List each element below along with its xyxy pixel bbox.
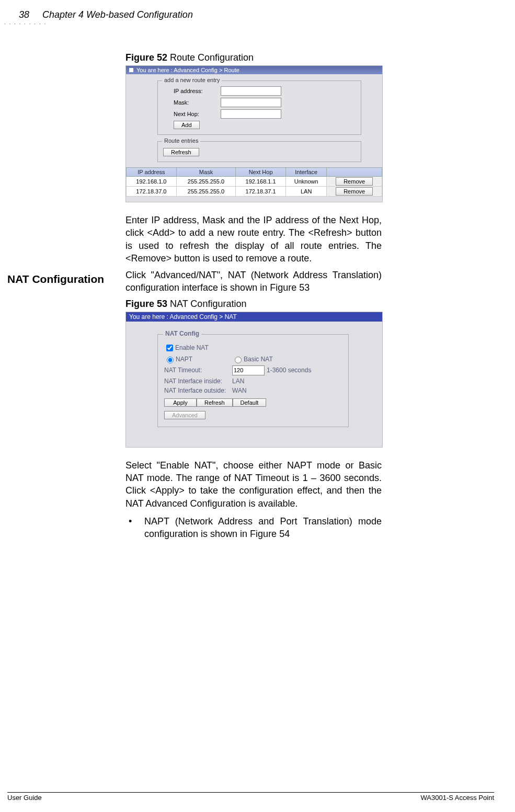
col-ip: IP address (127, 168, 177, 177)
basic-nat-radio[interactable] (235, 357, 242, 363)
figure52-title: Route Configuration (167, 52, 254, 63)
col-action (327, 168, 382, 177)
add-button[interactable]: Add (174, 121, 200, 129)
cell-ip: 172.18.37.0 (127, 187, 177, 197)
nat-config-fieldset: NAT Config Enable NAT NAPT Basic NAT NAT… (157, 334, 349, 427)
paragraph-nat-intro: Click "Advanced/NAT", NAT (Network Addre… (125, 269, 382, 294)
col-nexthop: Next Hop (236, 168, 286, 177)
footer-right: WA3001-S Access Point (421, 794, 494, 802)
decorative-dots: · · · · · · · · · (4, 21, 47, 27)
refresh-button[interactable]: Refresh (197, 398, 233, 407)
remove-button[interactable]: Remove (336, 177, 373, 186)
figure52-screenshot: You are here : Advanced Config > Route a… (125, 65, 383, 202)
figure53-screenshot: You are here : Advanced Config > NAT NAT… (125, 312, 383, 448)
nexthop-label: Next Hop: (174, 111, 221, 117)
nat-timeout-input[interactable] (232, 365, 265, 375)
chapter-title: Chapter 4 Web-based Configuration (42, 9, 193, 20)
ip-input[interactable] (221, 86, 281, 96)
breadcrumb-icon (129, 68, 133, 72)
nat-outside-value: WAN (232, 387, 247, 394)
table-header-row: IP address Mask Next Hop Interface (127, 168, 382, 177)
table-row: 172.18.37.0 255.255.255.0 172.18.37.1 LA… (127, 187, 382, 197)
advanced-button[interactable]: Advanced (164, 411, 205, 419)
mask-input[interactable] (221, 98, 281, 107)
cell-mask: 255.255.255.0 (176, 187, 235, 197)
cell-ip: 192.168.1.0 (127, 177, 177, 187)
bullet-icon: • (125, 515, 144, 541)
figure52-caption: Figure 52 Route Configuration (125, 52, 382, 63)
mask-label: Mask: (174, 99, 221, 106)
refresh-button[interactable]: Refresh (163, 148, 199, 156)
enable-nat-checkbox[interactable] (166, 345, 173, 351)
ip-label: IP address: (174, 88, 221, 94)
figure53-label: Figure 53 (125, 299, 167, 309)
footer-left: User Guide (7, 794, 42, 802)
default-button[interactable]: Default (233, 398, 267, 407)
nexthop-input[interactable] (221, 109, 281, 119)
route-entries-legend: Route entries (162, 138, 200, 144)
breadcrumb: You are here : Advanced Config > Route (126, 66, 382, 74)
breadcrumb-text: You are here : Advanced Config > Route (136, 67, 239, 73)
figure52-label: Figure 52 (125, 52, 167, 63)
figure53-caption: Figure 53 NAT Configuration (125, 299, 382, 310)
section-heading-nat: NAT Configuration (7, 273, 104, 285)
add-route-legend: add a new route entry (162, 77, 222, 83)
nat-inside-value: LAN (232, 378, 244, 385)
remove-button[interactable]: Remove (336, 187, 373, 196)
nat-inside-label: NAT Interface inside: (164, 378, 232, 385)
cell-mask: 255.255.255.0 (176, 177, 235, 187)
figure53-title: NAT Configuration (167, 299, 246, 309)
cell-iface: LAN (286, 187, 327, 197)
col-interface: Interface (286, 168, 327, 177)
add-route-fieldset: add a new route entry IP address: Mask: … (157, 81, 361, 135)
nat-timeout-label: NAT Timeout: (164, 367, 232, 374)
cell-nexthop: 192.168.1.1 (236, 177, 286, 187)
breadcrumb: You are here : Advanced Config > NAT (126, 312, 382, 322)
paragraph-route-desc: Enter IP address, Mask and the IP addres… (125, 214, 382, 265)
col-mask: Mask (176, 168, 235, 177)
bullet-napt: • NAPT (Network Address and Port Transla… (125, 515, 382, 541)
cell-iface: Unknown (286, 177, 327, 187)
nat-config-legend: NAT Config (163, 330, 201, 337)
basic-nat-label: Basic NAT (244, 356, 273, 363)
table-row: 192.168.1.0 255.255.255.0 192.168.1.1 Un… (127, 177, 382, 187)
page-number: 38 (19, 9, 29, 20)
napt-radio[interactable] (167, 357, 174, 363)
nat-outside-label: NAT Interface outside: (164, 387, 232, 394)
cell-nexthop: 172.18.37.1 (236, 187, 286, 197)
route-entries-fieldset: Route entries Refresh (157, 141, 361, 162)
paragraph-nat-desc: Select "Enable NAT", choose either NAPT … (125, 459, 382, 510)
routes-table: IP address Mask Next Hop Interface 192.1… (126, 167, 382, 197)
page-header: 38 Chapter 4 Web-based Configuration (19, 9, 193, 20)
apply-button[interactable]: Apply (164, 398, 197, 407)
page-footer: User Guide WA3001-S Access Point (7, 792, 494, 802)
nat-timeout-hint: 1-3600 seconds (267, 367, 311, 374)
bullet-text: NAPT (Network Address and Port Translati… (144, 515, 382, 541)
napt-label: NAPT (176, 356, 192, 363)
enable-nat-label: Enable NAT (175, 344, 209, 351)
